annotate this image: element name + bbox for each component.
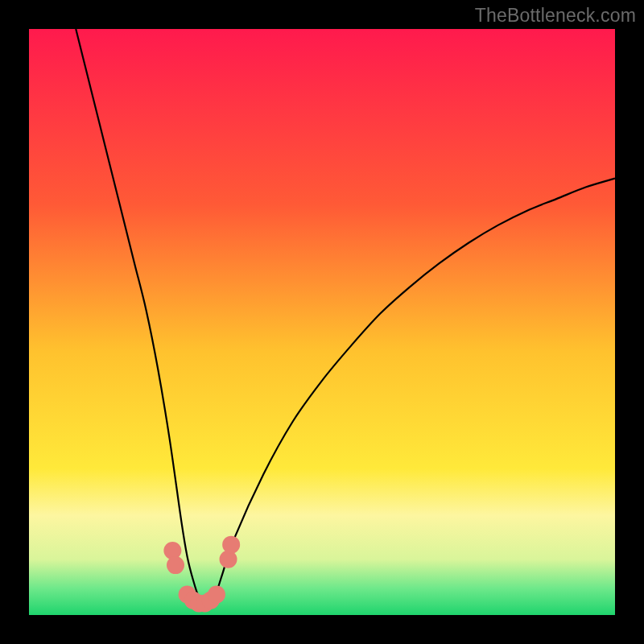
curve-marker — [220, 551, 237, 568]
curve-marker — [163, 542, 181, 559]
curve-marker — [222, 536, 240, 554]
watermark-text: TheBottleneck.com — [475, 5, 636, 27]
curve-markers — [163, 536, 240, 613]
curve-marker — [167, 556, 184, 574]
plot-area — [29, 29, 615, 615]
curve-layer — [29, 29, 615, 615]
chart-frame: TheBottleneck.com — [0, 0, 644, 644]
curve-marker — [208, 586, 225, 604]
bottleneck-curve — [76, 29, 615, 604]
